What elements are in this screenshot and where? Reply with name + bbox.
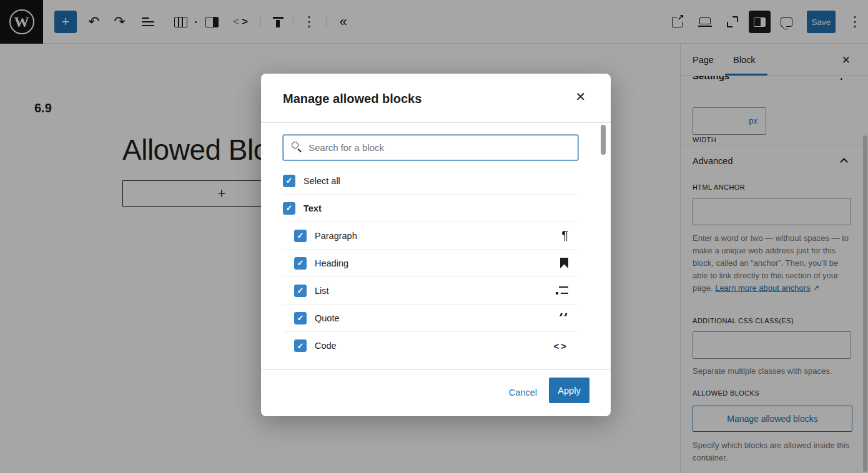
block-row-list: ✓ List bbox=[283, 277, 578, 305]
select-all-row: ✓ Select all bbox=[283, 167, 578, 195]
group-text-checkbox[interactable]: ✓ bbox=[283, 202, 295, 215]
heading-label: Heading bbox=[315, 258, 348, 268]
block-row-code: ✓ Code <> bbox=[283, 332, 578, 359]
search-icon bbox=[292, 142, 303, 153]
quote-checkbox[interactable]: ✓ bbox=[294, 312, 307, 324]
modal-footer: Cancel Apply bbox=[261, 369, 611, 416]
list-label: List bbox=[315, 286, 329, 296]
quote-icon: ” bbox=[558, 313, 568, 323]
modal-header: Manage allowed blocks ✕ bbox=[261, 74, 611, 123]
heading-bookmark-icon bbox=[560, 258, 568, 268]
modal-title: Manage allowed blocks bbox=[283, 92, 422, 106]
cancel-button[interactable]: Cancel bbox=[509, 388, 537, 397]
quote-label: Quote bbox=[315, 313, 340, 323]
list-checkbox[interactable]: ✓ bbox=[294, 285, 307, 297]
wordpress-editor: W + ↶ ↷ <> ⋮ « ↗ bbox=[0, 0, 868, 473]
code-checkbox[interactable]: ✓ bbox=[294, 339, 307, 352]
list-icon bbox=[556, 286, 568, 295]
apply-button[interactable]: Apply bbox=[549, 378, 589, 403]
block-row-heading: ✓ Heading bbox=[283, 250, 578, 277]
paragraph-icon: ¶ bbox=[561, 228, 568, 243]
code-label: Code bbox=[315, 341, 337, 351]
block-search bbox=[283, 135, 578, 160]
block-search-input[interactable] bbox=[283, 135, 578, 160]
select-all-label: Select all bbox=[303, 176, 340, 186]
modal-body: ✓ Select all ✓ Text ✓ Paragraph ¶ ✓ Head… bbox=[261, 123, 611, 369]
paragraph-label: Paragraph bbox=[315, 231, 357, 241]
block-row-quote: ✓ Quote ” bbox=[283, 305, 578, 332]
modal-close-icon[interactable]: ✕ bbox=[575, 89, 586, 104]
paragraph-checkbox[interactable]: ✓ bbox=[294, 230, 307, 242]
modal-scrollbar[interactable] bbox=[601, 125, 606, 155]
select-all-checkbox[interactable]: ✓ bbox=[283, 175, 295, 187]
page-scrollbar[interactable] bbox=[863, 135, 867, 472]
manage-allowed-blocks-modal: Manage allowed blocks ✕ ✓ Select all ✓ T… bbox=[261, 74, 611, 416]
group-text-label: Text bbox=[303, 203, 322, 213]
block-row-paragraph: ✓ Paragraph ¶ bbox=[283, 222, 578, 250]
code-icon: <> bbox=[553, 341, 568, 351]
group-text-row: ✓ Text bbox=[283, 195, 578, 222]
heading-checkbox[interactable]: ✓ bbox=[294, 257, 307, 270]
